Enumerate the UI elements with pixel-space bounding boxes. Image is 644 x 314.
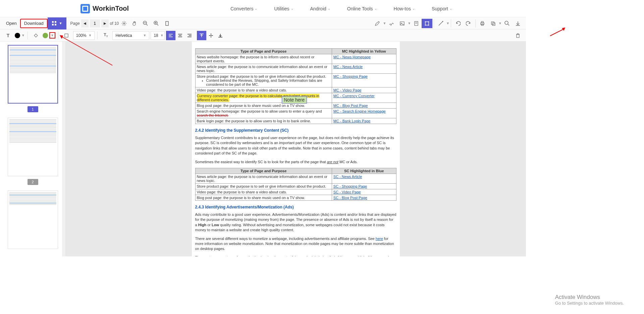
shape-button[interactable] (422, 19, 432, 28)
nav-support[interactable]: Support⌄ (432, 6, 452, 11)
align-center-button[interactable] (175, 31, 185, 40)
nav-online[interactable]: Online Tools⌄ (347, 6, 377, 11)
page-prev-button[interactable]: ◀ (81, 19, 89, 27)
mc-link[interactable]: MC - Blog Post Page (333, 104, 368, 108)
download-button[interactable]: Download (20, 19, 48, 28)
print-button[interactable] (477, 19, 488, 28)
nav-howtos[interactable]: How-tos⌄ (394, 6, 415, 11)
valign-middle-icon (208, 33, 214, 38)
fill-color-dropdown[interactable]: ▼ (49, 32, 55, 39)
delete-button[interactable] (513, 31, 523, 40)
pen-icon (375, 21, 380, 26)
chevron-down-icon: ⌄ (412, 7, 415, 10)
chevron-down-icon[interactable]: ▼ (21, 34, 25, 37)
fill-tool-button[interactable] (31, 31, 41, 40)
sc-link[interactable]: SC - Video Page (333, 190, 361, 194)
nav-utilities[interactable]: Utilities⌄ (274, 6, 293, 11)
mc-link[interactable]: MC - Video Page (333, 88, 362, 92)
svg-rect-34 (65, 34, 68, 37)
shape-icon (424, 21, 430, 26)
page-total: of 10 (110, 21, 119, 26)
mc-link[interactable]: MC - Shopping Page (333, 74, 368, 78)
line-tool-button[interactable] (435, 19, 446, 28)
chevron-down-icon[interactable]: ▼ (446, 21, 449, 25)
svg-point-21 (425, 24, 426, 25)
page-input[interactable] (90, 19, 100, 27)
mc-link[interactable]: MC - Bank Login Page (333, 119, 371, 123)
hand-icon (132, 21, 138, 26)
text-tool-button[interactable]: T (3, 31, 13, 40)
valign-top-icon (199, 33, 204, 38)
page-icon (164, 21, 170, 26)
svg-rect-26 (481, 21, 483, 23)
zoom-out-button[interactable] (140, 19, 151, 28)
align-right-button[interactable] (185, 31, 194, 40)
search-icon (504, 21, 510, 26)
table-header: Type of Page and Purpose (195, 168, 332, 174)
open-button[interactable]: Open (3, 19, 20, 28)
sc-link[interactable]: SC - Blog Post Page (333, 196, 367, 200)
valign-bottom-button[interactable] (216, 31, 225, 40)
page-num-2: 2 (28, 179, 38, 185)
page-num-1: 1 (28, 106, 38, 112)
valign-top-button[interactable] (197, 31, 206, 40)
zoom-in-button[interactable] (151, 19, 162, 28)
mc-link[interactable]: MC - Currency Converter (333, 94, 375, 98)
undo-button[interactable] (452, 19, 463, 28)
zoom-select[interactable]: 100%▼ (73, 31, 95, 40)
font-format-button[interactable]: TT (100, 31, 111, 40)
here-link[interactable]: here (376, 237, 383, 241)
search-button[interactable] (502, 19, 513, 28)
fill-color-swatch[interactable] (43, 33, 48, 38)
section-title-243: 2.4.3 Identifying Advertisements/Monetiz… (195, 205, 396, 209)
thumbnail-page-1[interactable] (8, 45, 58, 104)
sc-link[interactable]: SC - Shopping Page (333, 184, 367, 188)
thumbnail-page-3[interactable] (8, 190, 58, 249)
valign-middle-button[interactable] (206, 31, 216, 40)
svg-rect-1 (55, 21, 56, 23)
page-next-button[interactable]: ▶ (101, 19, 109, 27)
fit-page-button[interactable] (162, 19, 172, 28)
logo-icon (80, 4, 90, 13)
mc-link[interactable]: MC - Search Engine Homepage (333, 109, 386, 113)
bucket-icon (33, 33, 39, 38)
note-annotation[interactable]: Note here (282, 96, 307, 104)
chevron-down-icon[interactable]: ▼ (498, 21, 502, 25)
thumbnail-page-2[interactable] (8, 118, 58, 176)
view-mode-button[interactable]: ▼ (48, 17, 66, 29)
text-color-swatch[interactable] (15, 33, 20, 38)
font-size-select[interactable]: 18▼ (151, 31, 165, 40)
opacity-button[interactable] (61, 31, 72, 40)
download-icon-button[interactable] (513, 19, 523, 28)
chevron-down-icon[interactable]: ▼ (383, 21, 386, 25)
table-row: News article page: the purpose is to com… (195, 174, 396, 183)
table-row: Blog post page: the purpose is to share … (195, 103, 396, 109)
redo-button[interactable] (463, 19, 474, 28)
body-text: Ads may contribute to a good user experi… (195, 212, 396, 233)
copy-button[interactable] (488, 19, 498, 28)
nav-converters[interactable]: Converters⌄ (230, 6, 257, 11)
svg-line-23 (439, 21, 443, 25)
svg-line-6 (146, 24, 148, 25)
page-label: Page (70, 21, 80, 26)
pen-tool-button[interactable] (372, 19, 383, 28)
mc-link[interactable]: MC - News Article (333, 65, 363, 69)
pan-button[interactable] (129, 19, 140, 28)
mc-link[interactable]: MC - News Homepage (333, 55, 371, 59)
nav-android[interactable]: Android⌄ (310, 6, 330, 11)
align-left-button[interactable] (166, 31, 175, 40)
image-icon (399, 21, 405, 26)
image-button[interactable] (397, 19, 408, 28)
svg-point-30 (505, 21, 508, 24)
sc-link[interactable]: SC - News Article (333, 175, 362, 179)
zoom-out-icon (143, 21, 148, 26)
settings-button[interactable] (119, 19, 129, 28)
font-select[interactable]: Helvetica▼ (112, 31, 149, 40)
table-row: Blog post page: the purpose is to share … (195, 195, 396, 200)
grid-icon (52, 21, 57, 26)
chevron-down-icon[interactable]: ▼ (408, 21, 411, 25)
svg-point-19 (425, 21, 426, 22)
note-button[interactable] (411, 19, 422, 28)
table-row: Video page: the purpose is to share a vi… (195, 87, 396, 93)
signature-button[interactable] (386, 19, 397, 28)
